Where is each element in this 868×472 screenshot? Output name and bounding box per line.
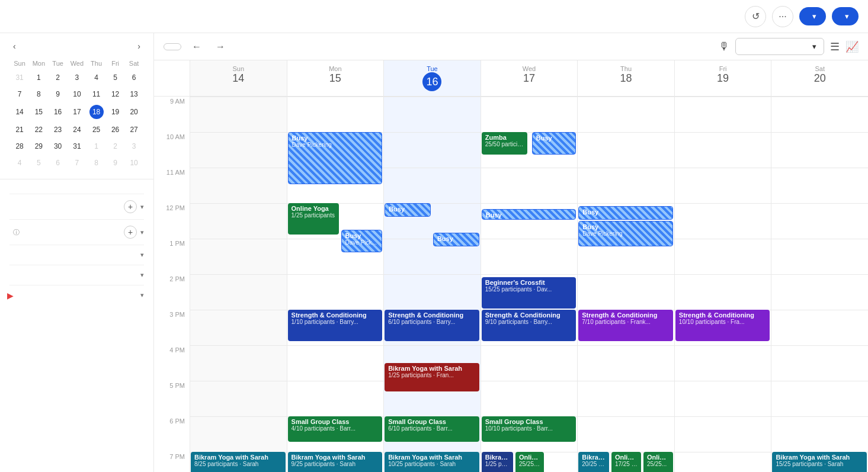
prev-month-button[interactable]: ‹ (9, 40, 20, 52)
time-slot[interactable] (771, 203, 868, 239)
calendar-event[interactable]: BusyDave Pickering (288, 132, 383, 184)
time-slot[interactable] (577, 168, 674, 203)
time-slot[interactable] (674, 274, 771, 310)
time-slot[interactable] (771, 345, 868, 381)
mini-cal-day[interactable]: 3 (125, 139, 143, 154)
mini-cal-day[interactable]: 10 (125, 155, 143, 171)
time-slot[interactable] (771, 310, 868, 345)
mini-cal-day[interactable]: 5 (30, 155, 47, 171)
time-slot[interactable] (771, 132, 868, 168)
calendar-event[interactable]: Busy (482, 209, 576, 220)
view-select[interactable]: ▾ (735, 38, 824, 55)
time-slot[interactable] (383, 274, 481, 310)
time-slot[interactable] (287, 381, 384, 416)
time-slot[interactable] (383, 132, 481, 168)
time-slot[interactable] (771, 168, 868, 203)
filter-session-availability[interactable]: ▾ (9, 265, 144, 285)
mini-cal-day[interactable]: 29 (30, 139, 47, 154)
calendar-event[interactable]: Strength & Conditioning6/10 participants… (385, 310, 479, 341)
time-slot[interactable] (577, 97, 674, 132)
calendar-event[interactable]: Strength & Conditioning1/10 participants… (288, 310, 383, 341)
calendar-event[interactable]: Busy (385, 203, 431, 217)
calendar-event[interactable]: Busy (433, 233, 479, 246)
mini-cal-day[interactable]: 2 (49, 70, 67, 85)
time-slot[interactable] (577, 345, 674, 381)
time-slot[interactable] (287, 274, 384, 310)
time-slot[interactable] (190, 203, 287, 239)
mini-cal-day[interactable]: 14 (11, 103, 28, 121)
calendar-event[interactable]: Busy (578, 206, 673, 220)
staff-add-button[interactable]: + (124, 226, 137, 239)
mini-cal-day[interactable]: 18 (87, 103, 105, 121)
next-month-button[interactable]: › (134, 40, 144, 52)
mini-cal-day[interactable]: 10 (68, 86, 87, 102)
manage-button[interactable]: ▾ (799, 7, 826, 25)
mini-cal-day[interactable]: 19 (107, 103, 124, 121)
mini-cal-day[interactable]: 5 (107, 70, 124, 85)
calendar-event[interactable]: Bikram Yoga with Sarah20/25 p... (578, 452, 609, 472)
calendar-event[interactable]: Beginner's Crossfit15/25 participants · … (482, 277, 576, 309)
services-add-button[interactable]: + (124, 200, 137, 213)
mini-cal-day[interactable]: 3 (68, 70, 87, 85)
mini-cal-day[interactable]: 9 (49, 86, 67, 102)
calendar-event[interactable]: Busy (532, 132, 576, 155)
time-slot[interactable] (383, 97, 481, 132)
calendar-event[interactable]: Bikram Yoga with Sarah8/25 participants … (191, 452, 286, 472)
calendar-event[interactable]: Bikram Yoga with Sarah15/25 participants… (772, 452, 867, 472)
time-slot[interactable] (674, 452, 771, 472)
time-slot[interactable] (481, 203, 578, 239)
next-week-button[interactable]: → (212, 39, 229, 54)
mini-cal-day[interactable]: 20 (125, 103, 143, 121)
refresh-button[interactable]: ↺ (745, 6, 766, 27)
time-slot[interactable] (190, 239, 287, 274)
mini-cal-day[interactable]: 25 (87, 122, 105, 137)
time-slot[interactable] (481, 381, 578, 416)
mini-cal-day[interactable]: 12 (107, 86, 124, 102)
time-slot[interactable] (674, 97, 771, 132)
mini-cal-day[interactable]: 31 (68, 139, 87, 154)
calendar-event[interactable]: Small Group Class6/10 participants · Bar… (385, 416, 479, 442)
mini-cal-day[interactable]: 8 (87, 155, 105, 171)
time-slot[interactable] (190, 132, 287, 168)
time-slot[interactable] (674, 416, 771, 452)
mini-cal-day[interactable]: 9 (107, 155, 124, 171)
time-slot[interactable] (674, 345, 771, 381)
calendar-event[interactable]: Small Group Class4/10 participants · Bar… (288, 416, 383, 442)
add-button[interactable]: ▾ (832, 7, 859, 25)
time-slot[interactable] (481, 239, 578, 274)
today-button[interactable] (164, 43, 181, 50)
time-slot[interactable] (190, 381, 287, 416)
time-slot[interactable] (190, 416, 287, 452)
calendar-event[interactable]: Online Yoga1/25 participants (288, 203, 339, 235)
mini-cal-day[interactable]: 7 (68, 155, 87, 171)
panel-icon[interactable]: ☰ (830, 40, 840, 53)
more-button[interactable]: ··· (772, 6, 793, 27)
mini-cal-day[interactable]: 8 (30, 86, 47, 102)
mini-cal-day[interactable]: 6 (125, 70, 143, 85)
calendar-event[interactable]: Bikram Yoga with Sarah1/25 participants … (385, 363, 479, 391)
mini-cal-day[interactable]: 22 (30, 122, 47, 137)
time-slot[interactable] (190, 274, 287, 310)
time-slot[interactable] (287, 345, 384, 381)
calendar-event[interactable]: Online Yoga17/25 pa... (611, 452, 641, 472)
mini-cal-day[interactable]: 1 (87, 139, 105, 154)
mini-cal-day[interactable]: 6 (49, 155, 67, 171)
chart-icon[interactable]: 📈 (845, 40, 859, 53)
time-slot[interactable] (577, 274, 674, 310)
time-slot[interactable] (771, 381, 868, 416)
time-slot[interactable] (771, 239, 868, 274)
mini-cal-day[interactable]: 1 (30, 70, 47, 85)
mic-icon[interactable]: 🎙 (719, 40, 729, 53)
mini-cal-day[interactable]: 4 (11, 155, 28, 171)
calendar-event[interactable]: Bikram Yoga with Sarah1/25 participants (482, 452, 513, 472)
time-slot[interactable] (481, 168, 578, 203)
mini-cal-day[interactable]: 28 (11, 139, 28, 154)
mini-cal-day[interactable]: 17 (68, 103, 87, 121)
calendar-event[interactable]: Strength & Conditioning7/10 participants… (578, 310, 673, 341)
time-slot[interactable] (190, 345, 287, 381)
filter-other-events[interactable]: ▾ ▶ (9, 285, 144, 305)
mini-cal-day[interactable]: 15 (30, 103, 47, 121)
calendar-event[interactable]: Bikram Yoga with Sarah10/25 participants… (385, 452, 479, 472)
time-slot[interactable] (674, 132, 771, 168)
time-slot[interactable] (383, 168, 481, 203)
